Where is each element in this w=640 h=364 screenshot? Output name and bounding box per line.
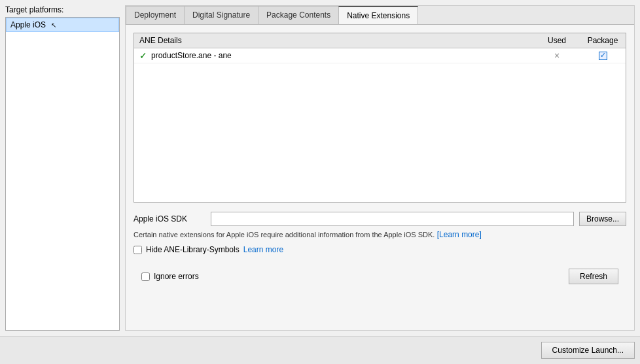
sdk-input[interactable] xyxy=(211,212,574,226)
cross-icon: × xyxy=(554,50,560,61)
platform-item-apple-ios[interactable]: Apple iOS ↖ xyxy=(6,18,119,32)
ane-row-details: ✓ productStore.ane - ane xyxy=(139,50,529,61)
customize-launch-button[interactable]: Customize Launch... xyxy=(541,342,635,359)
learn-more-text-link[interactable]: Learn more xyxy=(243,245,283,254)
ignore-errors-row: Ignore errors xyxy=(141,272,199,281)
tab-digital-signature[interactable]: Digital Signature xyxy=(184,6,258,24)
ane-table: ANE Details Used Package ✓ productStore.… xyxy=(134,33,626,63)
learn-more-link[interactable]: [Learn more] xyxy=(437,230,482,239)
hide-ane-row: Hide ANE-Library-Symbols Learn more xyxy=(133,245,626,254)
ignore-errors-checkbox[interactable] xyxy=(141,273,150,281)
browse-button[interactable]: Browse... xyxy=(579,212,626,226)
info-text-row: Certain native extensions for Apple iOS … xyxy=(133,230,626,240)
ignore-errors-label: Ignore errors xyxy=(154,272,199,281)
hide-ane-checkbox[interactable] xyxy=(133,246,142,254)
ane-name: productStore.ane - ane xyxy=(151,51,232,60)
table-row: ✓ productStore.ane - ane × xyxy=(134,48,626,63)
bottom-section: Ignore errors Refresh xyxy=(133,263,626,290)
sdk-row: Apple iOS SDK Browse... xyxy=(133,212,626,226)
tab-package-contents[interactable]: Package Contents xyxy=(258,6,339,24)
right-panel: Deployment Digital Signature Package Con… xyxy=(125,5,635,331)
platform-item-label: Apple iOS xyxy=(10,20,46,29)
bottom-bar: Customize Launch... xyxy=(0,336,640,364)
package-cell xyxy=(580,48,626,63)
col-header-ane-details: ANE Details xyxy=(134,33,534,48)
tab-native-extensions[interactable]: Native Extensions xyxy=(338,6,418,24)
native-extensions-content: ANE Details Used Package ✓ productStore.… xyxy=(126,25,634,330)
used-cell: × xyxy=(534,48,580,63)
col-header-package: Package xyxy=(580,33,626,48)
sdk-section: Apple iOS SDK Browse... Certain native e… xyxy=(133,209,626,257)
tab-deployment[interactable]: Deployment xyxy=(126,6,185,24)
hide-ane-label: Hide ANE-Library-Symbols xyxy=(146,245,240,254)
cursor-indicator: ↖ xyxy=(51,22,56,29)
left-panel: Target platforms: Apple iOS ↖ xyxy=(5,5,120,331)
target-platforms-label: Target platforms: xyxy=(5,5,120,14)
valid-icon: ✓ xyxy=(139,50,147,61)
col-header-used: Used xyxy=(534,33,580,48)
info-text: Certain native extensions for Apple iOS … xyxy=(133,231,435,239)
sdk-label: Apple iOS SDK xyxy=(133,214,205,223)
ane-table-container: ANE Details Used Package ✓ productStore.… xyxy=(133,33,626,203)
package-checkbox[interactable] xyxy=(599,52,607,60)
refresh-button[interactable]: Refresh xyxy=(569,269,618,284)
ane-details-cell: ✓ productStore.ane - ane xyxy=(134,48,534,63)
tabs-bar: Deployment Digital Signature Package Con… xyxy=(126,6,634,25)
platform-list: Apple iOS ↖ xyxy=(5,17,120,331)
